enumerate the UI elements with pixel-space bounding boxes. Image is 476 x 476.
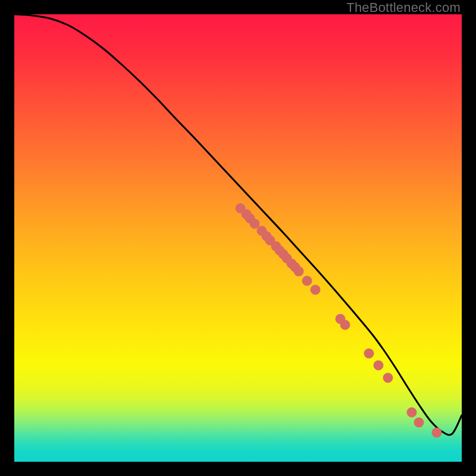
data-point [374, 361, 383, 370]
data-point [364, 349, 374, 358]
plot-area [14, 14, 462, 462]
watermark-text: TheBottleneck.com [346, 0, 461, 15]
points-layer [14, 14, 462, 462]
data-point [311, 285, 320, 295]
data-point [383, 373, 393, 383]
data-point [414, 418, 424, 427]
data-point [340, 320, 350, 330]
data-point [302, 276, 312, 286]
data-point [407, 408, 416, 417]
data-point [432, 428, 441, 437]
data-point [294, 267, 303, 276]
chart-frame: TheBottleneck.com [0, 0, 476, 476]
data-point [250, 219, 259, 228]
